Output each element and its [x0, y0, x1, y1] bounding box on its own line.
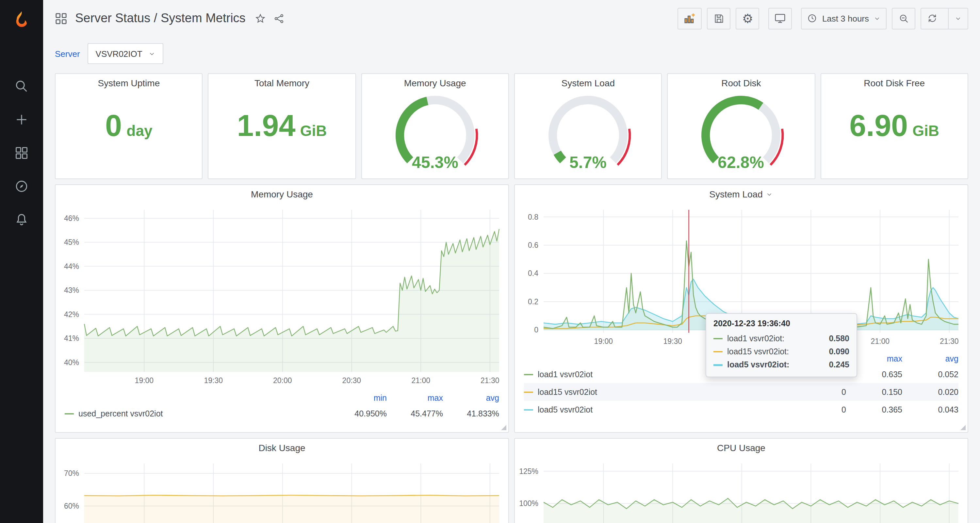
- stat-number: 0: [105, 110, 122, 140]
- series-color-dash: [713, 364, 722, 366]
- panel-system-load-chart: System Load 00.20.40.60.819:0019:3020:00…: [514, 184, 968, 433]
- stat-value: 0 day: [56, 110, 202, 140]
- add-panel-button[interactable]: [678, 8, 702, 29]
- template-variables-row: Server VSVR02IOT: [43, 37, 980, 64]
- panel-title[interactable]: Root Disk: [668, 74, 815, 92]
- legend-series[interactable]: load5 vsvr02iot: [524, 405, 790, 414]
- refresh-interval-dropdown[interactable]: [948, 8, 967, 29]
- legend-row: load5 vsvr02iot 0 0.365 0.043: [524, 401, 958, 418]
- svg-text:20:30: 20:30: [342, 376, 361, 385]
- svg-text:60%: 60%: [64, 502, 79, 510]
- disk-usage-chart: 50%60%70%19:0019:3020:0020:3021:0021:30: [56, 457, 508, 523]
- legend-avg-header[interactable]: avg: [902, 354, 958, 364]
- legend-max-header[interactable]: max: [387, 394, 443, 403]
- svg-text:21:00: 21:00: [411, 376, 430, 385]
- share-icon[interactable]: [274, 13, 285, 24]
- memory-chart-legend: min max avg used_percent vsvr02iot 40.95…: [56, 390, 508, 423]
- svg-text:42%: 42%: [64, 310, 79, 319]
- stat-unit: GiB: [912, 122, 939, 140]
- gear-icon: ⚙: [742, 12, 753, 24]
- dashboard-settings-button[interactable]: ⚙: [736, 8, 759, 29]
- panel-title[interactable]: Disk Usage: [56, 438, 508, 457]
- svg-text:19:00: 19:00: [135, 376, 154, 385]
- panel-root-disk-free: Root Disk Free 6.90 GiB: [820, 73, 968, 179]
- grafana-logo[interactable]: [0, 0, 43, 40]
- legend-min-header[interactable]: min: [331, 394, 387, 403]
- server-variable-value: VSVR02IOT: [96, 49, 142, 59]
- series-color-dash: [524, 409, 533, 410]
- svg-text:70%: 70%: [64, 469, 79, 478]
- legend-avg-value: 41.833%: [443, 409, 499, 418]
- header-left: Server Status / System Metrics: [55, 11, 285, 26]
- legend-min-value: 40.950%: [331, 409, 387, 418]
- panel-title[interactable]: System Load: [515, 74, 662, 92]
- tooltip-row: load15 vsvr02iot: 0.090: [713, 345, 850, 358]
- svg-text:0.2: 0.2: [528, 297, 538, 306]
- panel-cpu-usage-chart: CPU Usage 75%100%125%19:0019:3020:0020:3…: [514, 438, 968, 523]
- svg-text:125%: 125%: [519, 467, 538, 475]
- favorite-star-icon[interactable]: [255, 13, 266, 24]
- gauge: 45.3%: [362, 94, 508, 173]
- charts-row: Memory Usage 40%41%42%43%44%45%46%19:001…: [55, 184, 968, 433]
- header-toolbar: ⚙ Last 3 hours: [678, 8, 968, 29]
- gauge: 5.7%: [515, 94, 662, 173]
- chevron-down-icon: [148, 50, 156, 57]
- series-color-dash: [524, 374, 533, 375]
- panel-title[interactable]: Root Disk Free: [821, 74, 967, 92]
- stat-number: 6.90: [850, 110, 908, 140]
- grafana-dashboard: Server Status / System Metrics: [0, 0, 980, 523]
- panel-title[interactable]: System Uptime: [56, 74, 202, 92]
- panel-title[interactable]: System Load: [515, 185, 967, 203]
- panel-title-text: System Load: [709, 189, 762, 199]
- create-plus-icon[interactable]: [0, 103, 43, 136]
- legend-series[interactable]: load15 vsvr02iot: [524, 387, 790, 397]
- refresh-icon: [927, 13, 937, 24]
- explore-compass-icon[interactable]: [0, 169, 43, 203]
- save-dashboard-button[interactable]: [707, 8, 731, 29]
- cycle-view-mode-button[interactable]: [768, 8, 792, 29]
- panel-memory-usage-chart: Memory Usage 40%41%42%43%44%45%46%19:001…: [55, 184, 509, 433]
- dashboard-grid-icon[interactable]: [55, 12, 67, 24]
- stat-unit: day: [126, 122, 152, 140]
- alerting-bell-icon[interactable]: [0, 203, 43, 236]
- panel-disk-usage-chart: Disk Usage 50%60%70%19:0019:3020:0020:30…: [55, 438, 509, 523]
- panel-title[interactable]: Memory Usage: [56, 185, 508, 203]
- svg-text:0.6: 0.6: [528, 241, 538, 249]
- svg-text:41%: 41%: [64, 334, 79, 343]
- series-color-dash: [713, 351, 722, 352]
- panel-title[interactable]: CPU Usage: [515, 438, 967, 457]
- series-color-dash: [713, 338, 722, 339]
- memory-usage-chart: 40%41%42%43%44%45%46%19:0019:3020:0020:3…: [56, 203, 508, 390]
- dashboards-icon[interactable]: [0, 136, 43, 169]
- bottom-charts-row: Disk Usage 50%60%70%19:0019:3020:0020:30…: [55, 438, 968, 523]
- tooltip-timestamp: 2020-12-23 19:36:40: [713, 319, 850, 328]
- legend-max-value: 45.477%: [387, 409, 443, 418]
- panel-total-memory: Total Memory 1.94 GiB: [208, 73, 356, 179]
- legend-avg-header[interactable]: avg: [443, 394, 499, 403]
- tooltip-series-value: 0.245: [829, 360, 850, 369]
- dashboard-title[interactable]: Server Status / System Metrics: [75, 11, 246, 26]
- panel-title[interactable]: Memory Usage: [362, 74, 508, 92]
- panel-title[interactable]: Total Memory: [209, 74, 355, 92]
- chevron-down-icon: [955, 15, 962, 22]
- refresh-button[interactable]: [921, 8, 943, 29]
- zoom-out-icon: [898, 13, 909, 24]
- variable-label[interactable]: Server: [55, 49, 80, 59]
- time-range-picker[interactable]: Last 3 hours: [801, 8, 886, 29]
- svg-text:43%: 43%: [64, 286, 79, 295]
- stats-row: System Uptime 0 day Total Memory 1.94 Gi…: [55, 73, 968, 179]
- search-icon[interactable]: [0, 69, 43, 103]
- svg-text:20:00: 20:00: [273, 376, 292, 385]
- stat-number: 1.94: [237, 110, 296, 140]
- zoom-out-button[interactable]: [892, 8, 915, 29]
- legend-avg-value: 0.043: [902, 405, 958, 414]
- tooltip-series-name: load5 vsvr02iot:: [727, 360, 789, 369]
- legend-series[interactable]: used_percent vsvr02iot: [65, 409, 331, 418]
- stat-value: 1.94 GiB: [209, 110, 355, 140]
- tooltip-series-name: load1 vsvr02iot:: [727, 334, 784, 343]
- svg-text:100%: 100%: [519, 499, 538, 508]
- svg-text:45%: 45%: [64, 238, 79, 246]
- server-variable-dropdown[interactable]: VSVR02IOT: [88, 43, 163, 64]
- legend-avg-value: 0.020: [902, 387, 958, 397]
- panel-system-load-gauge: System Load 5.7%: [514, 73, 662, 179]
